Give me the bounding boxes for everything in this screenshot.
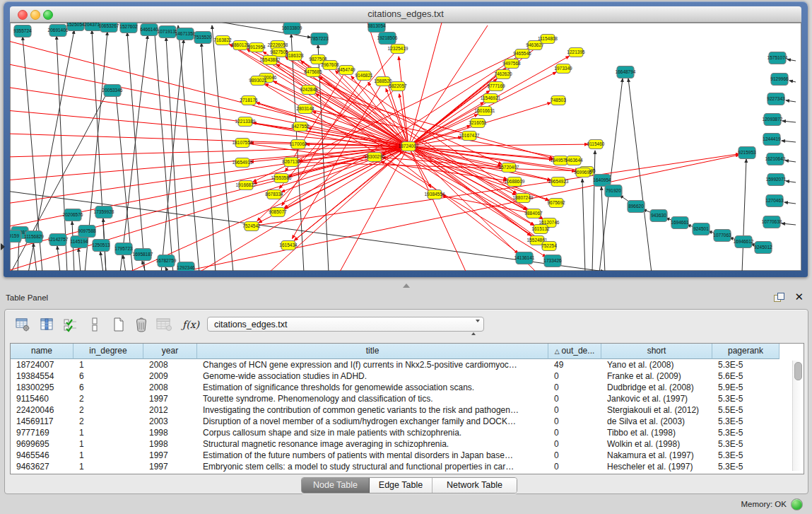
import-table-button[interactable] (155, 315, 173, 334)
graph-node[interactable]: 9146821 (355, 71, 373, 81)
close-panel-icon[interactable]: ✕ (794, 291, 804, 303)
graph-node[interactable]: 9355724 (13, 25, 32, 37)
function-builder-button[interactable]: ƒ(x) (180, 315, 201, 334)
graph-edge[interactable] (789, 81, 796, 82)
graph-edge[interactable] (782, 121, 796, 122)
graph-node[interactable]: 2803144 (296, 105, 314, 114)
new-table-button[interactable] (110, 315, 128, 334)
graph-node[interactable]: 16782759 (156, 255, 177, 267)
graph-edge[interactable] (408, 23, 442, 146)
graph-node[interactable]: 9463644 (565, 156, 583, 165)
graph-node[interactable]: 16543882 (260, 56, 281, 65)
graph-node[interactable]: 9242848 (300, 86, 318, 95)
float-panel-icon[interactable] (774, 293, 784, 303)
graph-node[interactable]: 16946612 (734, 236, 754, 248)
graph-node[interactable]: 16210643 (765, 153, 786, 165)
graph-node[interactable]: 14136141 (514, 252, 535, 264)
graph-node[interactable]: 11156829 (24, 231, 44, 243)
graph-edge[interactable] (154, 25, 173, 271)
graph-node[interactable]: 10770638 (762, 216, 782, 228)
table-row[interactable]: 1456911722003Disruption of a novel membe… (11, 416, 779, 427)
graph-node[interactable]: 8860128 (231, 41, 249, 50)
graph-node[interactable]: 7524542 (242, 222, 261, 231)
row-height-button[interactable] (86, 315, 104, 334)
graph-edge[interactable] (10, 40, 408, 146)
graph-edge[interactable] (786, 181, 796, 182)
graph-node[interactable]: 1270463 (765, 195, 784, 207)
graph-node[interactable]: 39159 (10, 230, 21, 243)
graph-edge[interactable] (212, 25, 233, 271)
graph-node[interactable]: 20053346 (102, 85, 123, 97)
graph-node[interactable]: 6822057 (389, 82, 407, 91)
graph-edge[interactable] (33, 243, 37, 271)
graph-edge[interactable] (123, 255, 126, 271)
graph-node[interactable]: 18107554 (233, 139, 253, 148)
graph-node[interactable]: 8912954 (247, 43, 266, 52)
graph-node[interactable]: 9675692 (547, 199, 565, 208)
graph-edge[interactable] (178, 25, 199, 271)
table-row[interactable]: 969969511998Structural magnetic resonanc… (11, 438, 779, 450)
citation-network-graph[interactable]: 1872400718300295193845542718176122133891… (10, 23, 801, 271)
graph-node[interactable]: 9884067 (524, 209, 543, 218)
graph-edge[interactable] (742, 159, 746, 271)
column-header-short[interactable]: short (601, 344, 712, 359)
graph-node[interactable]: 9085077 (269, 208, 287, 217)
graph-edge[interactable] (127, 33, 145, 271)
graph-edge[interactable] (782, 141, 796, 142)
graph-node[interactable]: 2718176 (240, 96, 258, 105)
graph-node[interactable]: 16958187 (133, 249, 153, 261)
graph-node[interactable]: 1525054 (66, 23, 85, 31)
graph-node[interactable]: 1615434 (279, 241, 298, 250)
graph-node[interactable]: 9129966 (770, 74, 789, 86)
graph-node[interactable]: 9777169 (487, 82, 505, 91)
graph-node[interactable]: 10653267 (99, 23, 119, 33)
graph-node[interactable]: 9227343 (767, 93, 785, 105)
graph-edge[interactable] (787, 59, 796, 61)
memory-ok-indicator[interactable] (791, 498, 803, 510)
network-canvas[interactable]: 1872400718300295193845542718176122133891… (10, 23, 801, 271)
graph-node[interactable]: 1973349 (554, 64, 572, 74)
graph-node[interactable]: 1221395 (567, 48, 585, 57)
column-header-pagerank[interactable]: pagerank (712, 344, 779, 359)
graph-edge[interactable] (78, 248, 81, 271)
select-columns-button[interactable] (61, 315, 80, 334)
graph-node[interactable]: 12142757 (48, 234, 69, 246)
graph-node[interactable]: 9497568 (502, 59, 521, 69)
graph-node[interactable]: 12325419 (388, 45, 408, 54)
network-window-titlebar[interactable]: citations_edges.txt (10, 6, 801, 23)
column-header-year[interactable]: year (143, 344, 197, 359)
graph-edge[interactable] (165, 267, 168, 271)
graph-node[interactable]: 1244419 (763, 134, 781, 146)
show-column-button[interactable] (37, 315, 56, 334)
column-header-in-degree[interactable]: in_degree (73, 344, 143, 359)
graph-node[interactable]: 7515520 (194, 32, 212, 44)
tab-node-table[interactable]: Node Table (302, 478, 370, 493)
graph-node[interactable]: 8427552 (291, 122, 310, 132)
graph-node[interactable]: 1795723 (114, 243, 133, 255)
graph-node[interactable]: 15992071 (766, 174, 787, 186)
graph-node[interactable]: 12553586 (271, 174, 292, 183)
graph-node[interactable]: 20206576 (63, 209, 83, 221)
graph-node[interactable]: 10688609 (505, 177, 525, 187)
collapsed-panel-handle-icon[interactable] (1, 243, 5, 250)
graph-edge[interactable] (784, 202, 796, 204)
vertical-scrollbar[interactable] (792, 361, 802, 471)
column-header-name[interactable]: name (11, 344, 73, 359)
graph-edge[interactable] (285, 146, 408, 209)
graph-node[interactable]: 1733426 (543, 255, 562, 267)
graph-node[interactable]: 3216051 (469, 119, 487, 128)
graph-node[interactable]: 8186328 (286, 52, 304, 61)
graph-node[interactable]: 9115460 (587, 140, 605, 149)
graph-edge[interactable] (785, 160, 796, 162)
graph-edge[interactable] (18, 239, 19, 271)
delete-table-button[interactable] (132, 315, 151, 334)
graph-edge[interactable] (198, 146, 408, 271)
graph-node[interactable]: 17359928 (94, 206, 114, 218)
graph-node[interactable]: 19654915 (233, 158, 253, 168)
table-row[interactable]: 1872400712008Changes of HCN gene express… (11, 359, 779, 370)
graph-node[interactable]: 8267130 (282, 158, 300, 167)
graph-node[interactable]: 16033809 (282, 23, 302, 35)
graph-edge[interactable] (782, 223, 796, 225)
graph-edge[interactable] (57, 246, 60, 271)
table-settings-button[interactable] (13, 315, 32, 334)
